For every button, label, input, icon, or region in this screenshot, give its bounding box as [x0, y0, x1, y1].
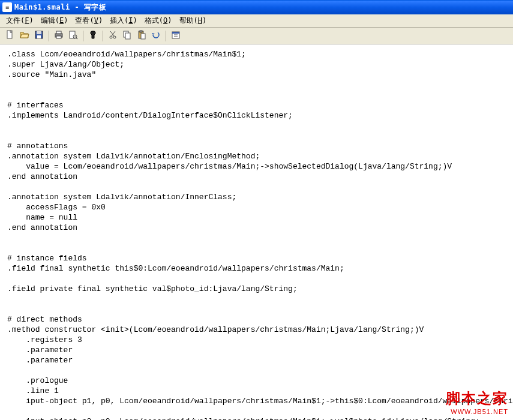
- undo-icon: [151, 30, 161, 41]
- menu-f[interactable]: 文件(F): [2, 14, 37, 27]
- print-preview-button[interactable]: [67, 29, 80, 43]
- svg-rect-17: [140, 31, 142, 32]
- paste-button[interactable]: [135, 29, 148, 43]
- open-icon: [20, 30, 29, 41]
- toolbar-separator: [166, 31, 166, 41]
- cut-icon: [108, 30, 118, 41]
- new-button[interactable]: [4, 29, 17, 43]
- window-title: Main$1.smali - 写字板: [14, 2, 106, 13]
- svg-rect-3: [37, 35, 41, 38]
- copy-icon: [122, 30, 132, 41]
- cut-button[interactable]: [106, 29, 119, 43]
- titlebar[interactable]: ≡ Main$1.smali - 写字板: [0, 0, 513, 14]
- open-button[interactable]: [18, 29, 31, 43]
- svg-rect-6: [56, 36, 61, 38]
- datetime-icon: [171, 30, 181, 41]
- toolbar-separator: [49, 31, 49, 41]
- svg-rect-15: [125, 33, 130, 39]
- menu-i[interactable]: 插入(I): [106, 14, 141, 27]
- svg-rect-2: [37, 31, 41, 34]
- print-icon: [54, 30, 64, 41]
- svg-line-9: [76, 38, 77, 39]
- svg-rect-5: [56, 31, 61, 34]
- find-icon: [88, 30, 98, 41]
- menu-o[interactable]: 格式(O): [141, 14, 176, 27]
- toolbar-separator: [83, 31, 83, 41]
- menu-h[interactable]: 帮助(H): [176, 14, 211, 27]
- svg-rect-20: [172, 32, 179, 34]
- print-preview-icon: [68, 30, 78, 41]
- svg-rect-18: [141, 34, 145, 39]
- menu-e[interactable]: 编辑(E): [37, 14, 72, 27]
- datetime-button[interactable]: [169, 29, 182, 43]
- undo-button[interactable]: [149, 29, 163, 43]
- new-icon: [5, 30, 15, 41]
- document-content[interactable]: .class Lcom/eoeandroid/wallpapers/christ…: [0, 44, 513, 420]
- copy-button[interactable]: [121, 29, 134, 43]
- print-button[interactable]: [52, 29, 65, 43]
- find-button[interactable]: [86, 29, 100, 43]
- toolbar-separator: [103, 31, 103, 41]
- paste-icon: [137, 30, 146, 41]
- toolbar: [0, 28, 513, 44]
- svg-point-11: [113, 36, 116, 38]
- menu-v[interactable]: 查看(V): [71, 14, 106, 27]
- menubar: 文件(F)编辑(E)查看(V)插入(I)格式(O)帮助(H): [0, 14, 513, 28]
- svg-point-10: [110, 36, 112, 38]
- save-button[interactable]: [32, 29, 46, 43]
- save-icon: [34, 30, 44, 41]
- app-icon: ≡: [2, 2, 12, 12]
